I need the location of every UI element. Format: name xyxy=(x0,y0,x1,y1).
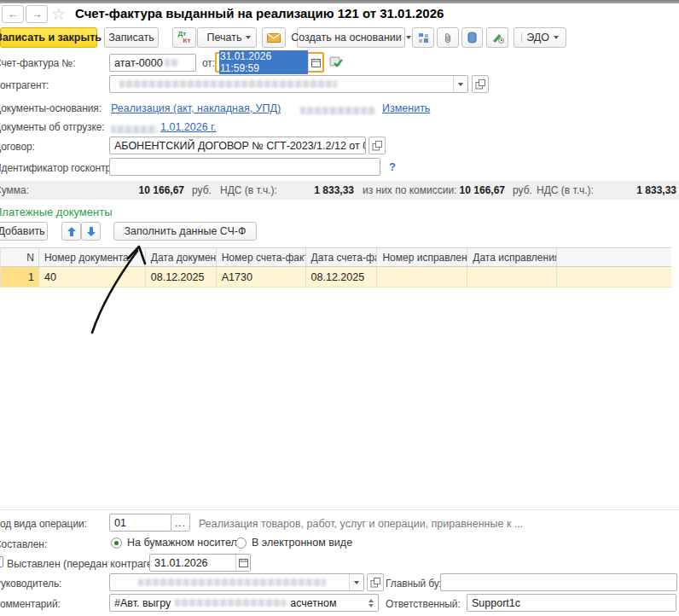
back-arrow-icon: ← xyxy=(8,8,19,20)
help-question-icon[interactable]: ? xyxy=(389,160,396,173)
operation-code-choose-button[interactable]: ... xyxy=(171,514,190,532)
chevron-down-icon xyxy=(246,36,251,39)
operation-code-input[interactable]: 01 xyxy=(109,514,171,532)
counterparty-label: Контрагент: xyxy=(0,79,49,91)
counterparty-open-button[interactable] xyxy=(472,75,489,93)
check-icon: ✓ xyxy=(0,555,3,567)
counterparty-input[interactable] xyxy=(109,75,468,93)
issued-date-value: 31.01.2026 xyxy=(154,557,208,569)
radio-electronic[interactable]: В электронном виде xyxy=(235,537,352,549)
issued-date-calendar-button[interactable] xyxy=(235,555,250,571)
set-date-button[interactable] xyxy=(329,55,343,68)
register-records-button[interactable] xyxy=(461,27,483,48)
cell-correction-date[interactable] xyxy=(467,267,557,287)
contract-open-button[interactable] xyxy=(369,137,386,154)
window-top-edge xyxy=(0,0,679,3)
cell-invoice-number[interactable]: А1730 xyxy=(217,267,306,287)
chevron-down-icon xyxy=(458,83,463,86)
print-label: Печать xyxy=(207,32,242,44)
shipping-documents-link[interactable]: 1.01.2026 г. xyxy=(160,121,217,133)
signature-button[interactable] xyxy=(486,27,508,48)
print-button[interactable]: Печать xyxy=(197,27,257,48)
col-header-doc-number[interactable]: Номер документа xyxy=(39,248,146,266)
fill-invoice-data-label: Заполнить данные СЧ-Ф xyxy=(125,225,247,237)
cell-invoice-date[interactable]: 08.12.2025 xyxy=(306,267,378,287)
create-based-on-button[interactable]: Создать на основании xyxy=(297,27,405,48)
gov-contract-input[interactable] xyxy=(109,158,380,176)
document-structure-button[interactable] xyxy=(412,27,434,48)
favorite-star-icon[interactable]: ☆ xyxy=(51,4,66,24)
cell-doc-date[interactable]: 08.12.2025 xyxy=(146,267,217,287)
radio-paper[interactable]: На бумажном носителе xyxy=(111,537,243,549)
change-base-documents-link[interactable]: Изменить xyxy=(382,102,430,114)
total-amount: 10 166,67 xyxy=(128,184,184,196)
responsible-input[interactable]: Support1c xyxy=(467,594,676,612)
cell-n[interactable]: 1 xyxy=(1,267,39,287)
col-header-doc-date[interactable]: Дата документа xyxy=(146,248,217,266)
redacted-text xyxy=(138,578,326,586)
responsible-value: Support1c xyxy=(472,597,520,609)
currency-label: руб. xyxy=(513,184,532,196)
contract-input[interactable]: АБОНЕНТСКИЙ ДОГОВОР № СГТ-2023/1.2/12 от… xyxy=(109,137,366,154)
nav-back-button[interactable]: ← xyxy=(2,5,24,23)
send-mail-button[interactable] xyxy=(262,27,286,48)
payment-documents-section-title: Платежные документы xyxy=(0,206,112,218)
commission-amount: 10 166,67 xyxy=(449,184,505,196)
col-header-correction-date[interactable]: Дата исправления xyxy=(467,248,557,266)
section-separator xyxy=(0,509,679,510)
dtkt-postings-button[interactable]: ДтКт xyxy=(172,27,196,48)
invoice-number-input[interactable]: атат-0000 xyxy=(109,54,196,72)
save-and-close-button[interactable]: Записать и закрыть xyxy=(0,27,97,48)
vat-label: НДС (в т.ч.): xyxy=(537,184,594,196)
table-row[interactable]: 1 40 08.12.2025 А1730 08.12.2025 xyxy=(1,267,671,288)
invoice-number-value: атат-0000 xyxy=(114,57,163,69)
add-row-button[interactable]: Добавить xyxy=(0,222,48,241)
calendar-button[interactable] xyxy=(308,54,322,71)
chief-accountant-input[interactable] xyxy=(440,573,677,591)
col-header-correction-number[interactable]: Номер исправления xyxy=(377,248,467,266)
cell-correction-number[interactable] xyxy=(377,267,467,287)
col-header-n[interactable]: N xyxy=(1,248,39,266)
base-documents-link[interactable]: Реализация (акт, накладная, УПД) xyxy=(111,102,281,114)
spinner-up-icon xyxy=(369,599,374,602)
fill-invoice-data-button[interactable]: Заполнить данные СЧ-Ф xyxy=(113,222,257,241)
cell-doc-number[interactable]: 40 xyxy=(39,267,146,287)
green-check-window-icon xyxy=(329,55,343,68)
comment-spinner[interactable] xyxy=(369,599,374,607)
open-icon xyxy=(370,578,380,588)
open-icon xyxy=(475,79,485,90)
comment-input[interactable]: #Авт. выгру асчетном xyxy=(109,594,379,612)
manager-label: Руководитель: xyxy=(0,578,61,590)
attachments-button[interactable] xyxy=(437,27,459,48)
edo-icon xyxy=(521,32,522,43)
redacted-text xyxy=(119,80,337,88)
dtkt-icon: ДтКт xyxy=(178,31,191,44)
issued-date-input[interactable]: 31.01.2026 xyxy=(149,554,251,572)
manager-dropdown-button[interactable] xyxy=(349,574,363,590)
col-header-invoice-date[interactable]: Дата счета-фактуры xyxy=(306,248,378,266)
col-header-invoice-number[interactable]: Номер счета-фактуры xyxy=(217,248,306,266)
move-row-up-button[interactable] xyxy=(61,222,81,241)
counterparty-dropdown-button[interactable] xyxy=(453,76,467,92)
comment-value-start: #Авт. выгру xyxy=(114,597,171,609)
edo-button[interactable]: ЭДО xyxy=(514,27,566,48)
radio-selected-icon xyxy=(111,538,122,549)
manager-open-button[interactable] xyxy=(367,573,384,591)
commission-label: из них по комиссии: xyxy=(363,184,456,196)
date-value-selected: 31.01.2026 11:59:59 xyxy=(219,50,308,74)
open-icon xyxy=(372,141,382,151)
operation-code-label: Код вида операции: xyxy=(0,518,87,530)
move-row-down-button[interactable] xyxy=(81,222,101,241)
nav-forward-button[interactable]: → xyxy=(26,5,48,23)
cell-empty xyxy=(557,267,671,287)
arrow-up-icon xyxy=(67,227,76,236)
radio-unselected-icon xyxy=(235,538,247,549)
date-input[interactable]: 31.01.2026 11:59:59 xyxy=(215,52,324,73)
redacted-link xyxy=(111,125,157,133)
radio-paper-label: На бумажном носителе xyxy=(127,537,243,549)
vat-amount: 1 833,33 xyxy=(625,184,676,196)
manager-input[interactable] xyxy=(109,573,364,591)
save-button[interactable]: Записать xyxy=(104,27,159,48)
issued-checkbox[interactable]: ✓ xyxy=(0,556,3,567)
contract-label: Договор: xyxy=(0,141,35,153)
